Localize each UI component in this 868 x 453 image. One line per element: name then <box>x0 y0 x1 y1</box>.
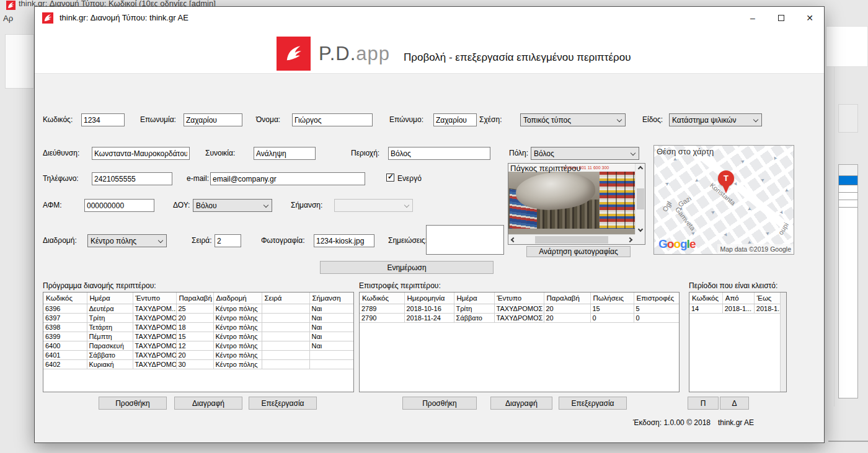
table-cell[interactable]: 6396 <box>43 304 87 314</box>
table-cell[interactable]: 2790 <box>360 314 404 323</box>
table-cell[interactable]: Κέντρο πόλης <box>213 304 262 314</box>
photo-horizontal-scrollbar[interactable] <box>508 234 635 244</box>
returns-delete-button[interactable]: Διαγραφή <box>490 397 552 410</box>
table-cell[interactable]: Κέντρο πόλης <box>213 341 262 351</box>
table-cell[interactable]: ΤΑΧΥΔΡΟΜΟΣ <box>133 351 176 360</box>
table-cell[interactable]: 6397 <box>43 314 87 323</box>
photo-vertical-scrollbar[interactable] <box>635 164 645 234</box>
tilefono-input[interactable] <box>92 172 172 185</box>
table-cell[interactable]: 6402 <box>43 360 87 369</box>
table-cell[interactable]: Ναι <box>309 323 354 332</box>
column-header[interactable]: Παραλαβή <box>176 292 213 304</box>
eponymia-input[interactable] <box>184 113 242 126</box>
table-cell[interactable] <box>262 360 309 369</box>
poli-combobox[interactable]: Βόλος <box>531 147 639 160</box>
update-button[interactable]: Ενημέρωση <box>320 261 494 274</box>
sxesi-combobox[interactable]: Τοπικός τύπος <box>520 113 626 126</box>
table-row[interactable]: 6397ΤρίτηΤΑΧΥΔΡΟΜΟΣ20Κέντρο πόληςΝαι <box>43 314 354 323</box>
dieythynsi-input[interactable] <box>92 147 190 160</box>
table-row[interactable]: 6398ΤετάρτηΤΑΧΥΔΡΟΜΟΣ18Κέντρο πόληςΝαι <box>43 323 354 332</box>
table-cell[interactable]: 20 <box>544 304 590 314</box>
table-row[interactable]: 6400ΠαρασκευήΤΑΧΥΔΡΟΜΟΣ12Κέντρο πόληςΝαι <box>43 341 354 351</box>
table-cell[interactable]: ΤΑΧΥΔΡΟΜΟΣ <box>133 323 176 332</box>
schedule-edit-button[interactable]: Επεξεργασία <box>249 397 317 410</box>
table-cell[interactable] <box>262 314 309 323</box>
column-header[interactable]: Έντυπο <box>133 292 176 304</box>
eidos-combobox[interactable]: Κατάστημα ψιλικών <box>669 113 762 126</box>
column-header[interactable]: Ημέρα <box>454 292 494 304</box>
onoma-input[interactable] <box>292 113 373 126</box>
table-cell[interactable]: 0 <box>590 314 634 323</box>
table-cell[interactable]: ΤΑΧΥΔΡΟΜΟΣ <box>133 360 176 369</box>
table-cell[interactable]: 25 <box>176 304 213 314</box>
table-cell[interactable]: Κέντρο πόλης <box>213 351 262 360</box>
upload-photo-button[interactable]: Ανάρτηση φωτογραφίας <box>526 246 631 257</box>
table-cell[interactable]: Κέντρο πόλης <box>213 323 262 332</box>
table-cell[interactable]: ΤΑΧΥΔΡΟΜΟΣ <box>133 332 176 341</box>
table-cell[interactable]: 30 <box>176 360 213 369</box>
column-header[interactable]: Ημερομηνία <box>404 292 454 304</box>
email-input[interactable] <box>210 172 365 185</box>
table-row[interactable]: 27902018-11-24ΣάββατοΤΑΧΥΔΡΟΜΟΣ2000 <box>360 314 680 323</box>
table-cell[interactable]: 6401 <box>43 351 87 360</box>
table-cell[interactable]: Κέντρο πόλης <box>213 360 262 369</box>
table-cell[interactable] <box>262 341 309 351</box>
table-cell[interactable]: 0 <box>634 314 680 323</box>
table-row[interactable]: 6396ΔευτέραΤΑΧΥΔΡΟΜ...25Κέντρο πόληςΝαι <box>43 304 354 314</box>
schedule-delete-button[interactable]: Διαγραφή <box>174 397 242 410</box>
column-header[interactable]: Ημέρα <box>87 292 133 304</box>
table-cell[interactable]: Παρασκευή <box>87 341 133 351</box>
table-cell[interactable]: 2789 <box>360 304 404 314</box>
map-marker[interactable]: T <box>718 170 734 187</box>
table-cell[interactable]: 20 <box>176 351 213 360</box>
table-cell[interactable]: ΤΑΧΥΔΡΟΜΟΣ <box>494 314 544 323</box>
table-cell[interactable] <box>262 323 309 332</box>
close-button[interactable]: ✕ <box>795 7 824 29</box>
seira-input[interactable] <box>215 234 241 247</box>
scrollbar-thumb[interactable] <box>535 236 608 244</box>
table-cell[interactable]: Ναι <box>309 304 354 314</box>
table-cell[interactable]: 12 <box>176 341 213 351</box>
table-cell[interactable]: ΤΑΧΥΔΡΟΜ... <box>133 304 176 314</box>
table-cell[interactable]: Κέντρο πόλης <box>213 332 262 341</box>
map-panel[interactable]: ➤➤➤➤➤➤➤➤➤➤➤➤➤➤➤➤➤ Konstanta Gazi Ogl Gam… <box>653 145 794 255</box>
column-header[interactable]: Από <box>722 292 754 304</box>
table-cell[interactable]: Τρίτη <box>87 314 133 323</box>
table-cell[interactable] <box>262 332 309 341</box>
table-cell[interactable]: 18 <box>176 323 213 332</box>
column-header[interactable]: Σήμανση <box>309 292 354 304</box>
table-row[interactable]: 6402ΚυριακήΤΑΧΥΔΡΟΜΟΣ30Κέντρο πόλης <box>43 360 354 369</box>
table-cell[interactable]: 5 <box>634 304 680 314</box>
table-cell[interactable]: Σάββατο <box>454 314 494 323</box>
table-row[interactable]: 27892018-10-16ΤρίτηΤΑΧΥΔΡΟΜΟΣ20155 <box>360 304 680 314</box>
table-cell[interactable]: Σάββατο <box>87 351 133 360</box>
table-cell[interactable]: ΤΑΧΥΔΡΟΜΟΣ <box>494 304 544 314</box>
table-cell[interactable] <box>309 351 354 360</box>
table-cell[interactable]: 6399 <box>43 332 87 341</box>
title-bar[interactable]: think.gr: Διανομή Τύπου: think.gr AE – ✕ <box>35 7 824 29</box>
table-cell[interactable]: Τετάρτη <box>87 323 133 332</box>
table-cell[interactable]: 6400 <box>43 341 87 351</box>
maximize-button[interactable] <box>767 7 795 29</box>
table-cell[interactable]: 2018-1... <box>722 304 754 314</box>
scrollbar-thumb[interactable] <box>637 188 644 209</box>
table-cell[interactable] <box>262 304 309 314</box>
table-cell[interactable]: 14 <box>689 304 722 314</box>
table-row[interactable]: 6401ΣάββατοΤΑΧΥΔΡΟΜΟΣ20Κέντρο πόλης <box>43 351 354 360</box>
table-cell[interactable]: 15 <box>176 332 213 341</box>
eponymo-input[interactable] <box>433 113 477 126</box>
closed-add-button[interactable]: Π <box>688 397 719 410</box>
table-row[interactable]: 142018-1...2018-1... <box>689 304 786 314</box>
table-cell[interactable]: Δευτέρα <box>87 304 133 314</box>
column-header[interactable]: Κωδικός <box>689 292 722 304</box>
table-cell[interactable]: Τρίτη <box>454 304 494 314</box>
afm-input[interactable] <box>84 199 154 212</box>
kodikos-input[interactable] <box>81 113 125 126</box>
table-cell[interactable] <box>262 351 309 360</box>
column-header[interactable]: Παραλαβή <box>544 292 590 304</box>
table-row[interactable]: 6399ΠέμπτηΤΑΧΥΔΡΟΜΟΣ15Κέντρο πόληςΝαι <box>43 332 354 341</box>
column-header[interactable]: Έντυπο <box>494 292 544 304</box>
table-cell[interactable]: Κέντρο πόλης <box>213 314 262 323</box>
table-cell[interactable] <box>309 360 354 369</box>
table-cell[interactable]: 6398 <box>43 323 87 332</box>
